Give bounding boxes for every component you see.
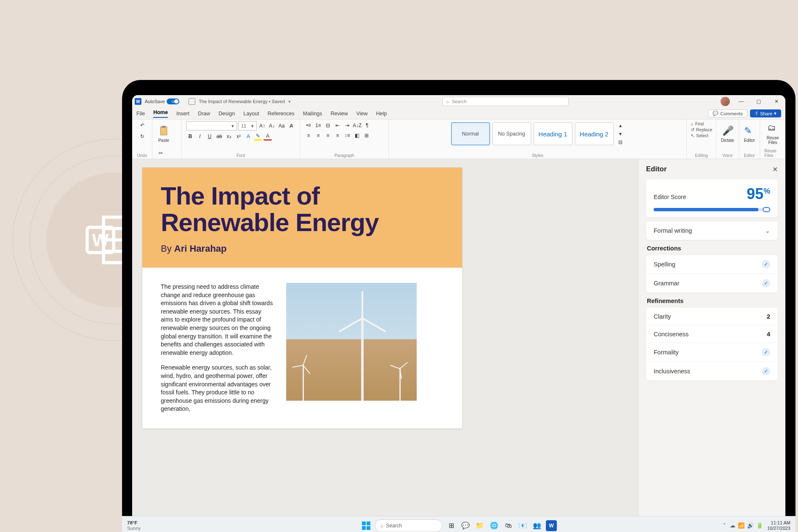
tab-draw[interactable]: Draw — [198, 111, 210, 117]
decrease-font-button[interactable]: A↓ — [268, 122, 276, 130]
document-scroll[interactable]: The Impact of Renewable Energy By Ari Ha… — [132, 159, 638, 525]
maximize-button[interactable]: ▢ — [753, 96, 765, 106]
onedrive-icon[interactable]: ☁ — [730, 522, 735, 529]
shading-button[interactable]: ◧ — [353, 131, 361, 140]
numbering-button[interactable]: 1≡ — [314, 121, 322, 130]
reuse-files-button[interactable]: 🗂 Reuse Files — [764, 121, 781, 146]
doc-image-wind-turbines[interactable] — [286, 283, 417, 401]
align-center-button[interactable]: ≡ — [314, 131, 322, 140]
editor-ribbon-button[interactable]: ✎ Editor — [742, 121, 756, 146]
tab-insert[interactable]: Insert — [176, 111, 189, 117]
taskbar-search[interactable]: ⌕ Search — [375, 519, 442, 532]
styles-expand-button[interactable]: ⊟ — [616, 138, 625, 146]
font-family-select[interactable]: ▾ — [186, 121, 237, 130]
dictate-button[interactable]: 🎤 Dictate — [719, 121, 736, 146]
superscript-button[interactable]: x² — [234, 132, 243, 141]
comments-button[interactable]: 💬 Comments — [708, 109, 747, 117]
style-no-spacing[interactable]: No Spacing — [492, 122, 531, 145]
minimize-button[interactable]: — — [735, 96, 747, 106]
document-page[interactable]: The Impact of Renewable Energy By Ari Ha… — [142, 168, 462, 428]
chat-button[interactable]: 💬 — [460, 520, 471, 531]
cut-button[interactable]: ✂ — [157, 149, 165, 157]
strikethrough-button[interactable]: ab — [215, 132, 223, 141]
style-heading2[interactable]: Heading 2 — [575, 122, 614, 145]
correction-grammar[interactable]: Grammar ✓ — [646, 274, 778, 293]
tab-review[interactable]: Review — [331, 111, 348, 117]
font-color-button[interactable]: A — [263, 132, 272, 141]
tab-help[interactable]: Help — [376, 111, 387, 117]
text-effects-button[interactable]: A — [244, 132, 253, 141]
tab-home[interactable]: Home — [153, 109, 168, 118]
refinement-clarity[interactable]: Clarity 2 — [646, 308, 778, 325]
user-avatar[interactable] — [721, 97, 730, 106]
bold-button[interactable]: B — [186, 132, 194, 141]
close-pane-button[interactable]: ✕ — [772, 165, 778, 173]
doc-paragraph[interactable]: Renewable energy sources, such as solar,… — [161, 364, 274, 413]
replace-button[interactable]: ↺Replace — [691, 127, 713, 132]
line-spacing-button[interactable]: ↕≡ — [343, 131, 351, 140]
clear-formatting-button[interactable]: A̷ — [287, 122, 295, 130]
styles-down-button[interactable]: ▾ — [616, 130, 625, 138]
highlight-button[interactable]: ✎ — [254, 132, 262, 141]
doc-text-column[interactable]: The pressing need to address climate cha… — [161, 283, 274, 420]
change-case-button[interactable]: Aa — [277, 122, 286, 130]
volume-icon[interactable]: 🔊 — [747, 522, 754, 529]
save-icon[interactable] — [189, 98, 195, 105]
title-dropdown-icon[interactable]: ▾ — [288, 99, 291, 104]
mail-button[interactable]: 📧 — [517, 520, 528, 531]
edge-button[interactable]: 🌐 — [489, 520, 500, 531]
undo-button[interactable]: ↶ — [138, 121, 146, 130]
italic-button[interactable]: I — [196, 132, 204, 141]
editor-score-card[interactable]: Editor Score 95% — [646, 179, 778, 217]
increase-font-button[interactable]: A↑ — [258, 122, 266, 130]
style-normal[interactable]: Normal — [451, 122, 490, 145]
wifi-icon[interactable]: 📶 — [738, 522, 745, 529]
subscript-button[interactable]: x₂ — [225, 132, 233, 141]
select-button[interactable]: ↖Select — [691, 133, 713, 138]
tab-mailings[interactable]: Mailings — [303, 111, 322, 117]
share-button[interactable]: ⇪ Share ▾ — [750, 109, 781, 117]
align-left-button[interactable]: ≡ — [304, 131, 313, 140]
styles-up-button[interactable]: ▴ — [616, 121, 625, 130]
underline-button[interactable]: U — [205, 132, 214, 141]
doc-paragraph[interactable]: The pressing need to address climate cha… — [161, 283, 274, 357]
file-explorer-button[interactable]: 📁 — [474, 520, 485, 531]
paste-button[interactable]: Paste — [157, 121, 171, 146]
align-right-button[interactable]: ≡ — [324, 131, 332, 140]
close-button[interactable]: ✕ — [770, 96, 783, 106]
teams-button[interactable]: 👥 — [532, 520, 543, 531]
borders-button[interactable]: ⊞ — [362, 131, 371, 140]
word-taskbar-button[interactable]: W — [546, 520, 557, 531]
refinement-formality[interactable]: Formality ✓ — [646, 343, 778, 362]
titlebar-search[interactable]: ⌕ Search — [442, 97, 569, 106]
doc-title[interactable]: The Impact of Renewable Energy — [161, 183, 444, 236]
taskbar-clock[interactable]: 11:11 AM 10/27/2023 — [767, 520, 785, 530]
battery-icon[interactable]: 🔋 — [756, 522, 763, 529]
writing-style-select[interactable]: Formal writing ⌄ — [646, 221, 778, 240]
start-button[interactable] — [361, 520, 372, 531]
bullets-button[interactable]: •≡ — [304, 121, 313, 130]
find-button[interactable]: ⌕Find — [691, 121, 713, 126]
decrease-indent-button[interactable]: ⇤ — [333, 121, 342, 130]
style-heading1[interactable]: Heading 1 — [534, 122, 572, 145]
correction-spelling[interactable]: Spelling ✓ — [646, 255, 778, 274]
tab-file[interactable]: File — [136, 111, 145, 117]
system-tray[interactable]: ☁ 📶 🔊 🔋 — [730, 522, 763, 529]
tab-design[interactable]: Design — [218, 111, 235, 117]
sort-button[interactable]: A↓Z — [353, 121, 362, 130]
tab-view[interactable]: View — [356, 111, 368, 117]
redo-button[interactable]: ↻ — [138, 132, 146, 141]
show-marks-button[interactable]: ¶ — [363, 121, 371, 130]
font-size-select[interactable]: 11▾ — [238, 121, 257, 130]
task-view-button[interactable]: ⊞ — [446, 520, 457, 531]
store-button[interactable]: 🛍 — [503, 520, 514, 531]
taskbar-weather[interactable]: 78°F Sunny — [132, 520, 141, 531]
multilevel-button[interactable]: ⊟ — [324, 121, 332, 130]
justify-button[interactable]: ≡ — [333, 131, 342, 140]
refinement-conciseness[interactable]: Conciseness 4 — [646, 325, 778, 343]
autosave-toggle[interactable]: AutoSave On — [145, 98, 185, 104]
increase-indent-button[interactable]: ⇥ — [343, 121, 351, 130]
tab-layout[interactable]: Layout — [243, 111, 259, 117]
tray-expand-icon[interactable]: ˄ — [723, 523, 726, 529]
refinement-inclusiveness[interactable]: Inclusiveness ✓ — [646, 362, 778, 380]
